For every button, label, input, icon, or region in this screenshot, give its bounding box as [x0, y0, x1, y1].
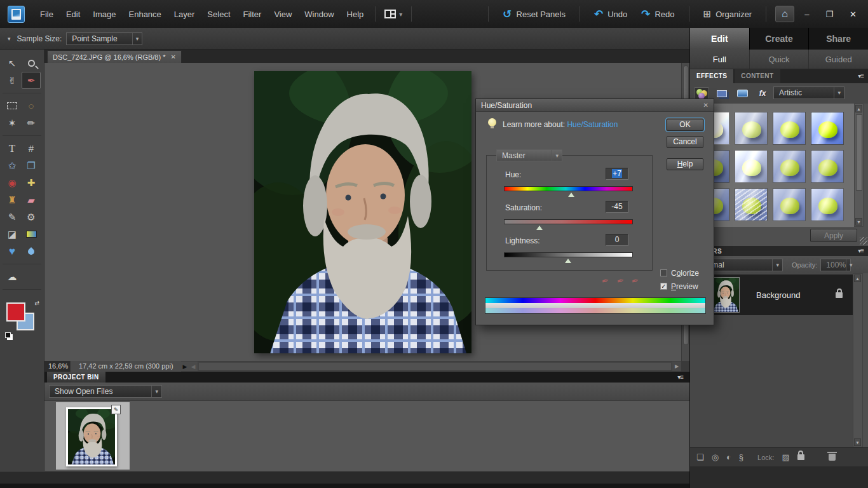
mode-quick[interactable]: Quick [750, 50, 810, 69]
hue-value-field[interactable]: +7 [606, 168, 628, 180]
eyedropper-plus-icon[interactable]: ✒ [616, 275, 625, 287]
scroll-right-icon[interactable]: ▶ [672, 362, 681, 371]
home-button[interactable]: ⌂ [775, 6, 794, 22]
scroll-left-icon[interactable]: ◀ [189, 362, 198, 371]
dialog-close-icon[interactable]: ✕ [703, 102, 709, 109]
new-layer-icon[interactable]: ❏ [696, 452, 704, 462]
menu-filter[interactable]: Filter [237, 6, 268, 23]
menu-file[interactable]: File [34, 6, 60, 23]
redo-button[interactable]: ↷ Redo [636, 6, 679, 23]
effect-thumbnail[interactable] [773, 112, 806, 145]
crop-tool[interactable]: # [22, 140, 41, 157]
ok-button[interactable]: OK [667, 119, 703, 131]
move-tool[interactable]: ↖ [3, 55, 22, 72]
scroll-up-icon[interactable]: ▲ [854, 274, 861, 282]
effect-thumbnail[interactable] [773, 150, 806, 183]
layers-scrollbar[interactable]: ▲ ▼ [853, 273, 863, 447]
layer-row-background[interactable]: Background [690, 274, 853, 315]
swap-colors-icon[interactable]: ⇄ [34, 300, 39, 306]
mode-guided[interactable]: Guided [809, 50, 868, 69]
mode-full[interactable]: Full [690, 50, 750, 69]
menu-select[interactable]: Select [201, 6, 236, 23]
scroll-up-icon[interactable]: ▲ [855, 105, 862, 112]
tab-content[interactable]: CONTENT [735, 69, 780, 83]
red-eye-tool[interactable]: ◉ [3, 174, 22, 191]
zoom-tool[interactable] [22, 55, 41, 72]
lightness-slider-handle[interactable] [565, 259, 571, 263]
lightness-value-field[interactable]: 0 [606, 234, 628, 246]
hand-tool[interactable]: ✌ [3, 72, 22, 89]
canvas-horizontal-scrollbar[interactable] [198, 362, 672, 370]
menu-window[interactable]: Window [298, 6, 340, 23]
panel-layout-button[interactable]: ▾ [381, 8, 406, 20]
paint-bucket-tool[interactable]: ◪ [3, 226, 22, 243]
brush-tool[interactable]: ✎ [3, 208, 22, 226]
layer-styles-category-icon[interactable] [714, 87, 729, 100]
help-button[interactable]: Help [667, 158, 703, 170]
undo-button[interactable]: ↶ Undo [589, 6, 632, 23]
bin-filter-dropdown[interactable]: Show Open Files ▾ [49, 385, 162, 398]
menu-layer[interactable]: Layer [168, 6, 201, 23]
tab-edit[interactable]: Edit [690, 28, 750, 50]
lock-transparency-icon[interactable]: ▨ [782, 452, 789, 462]
lasso-tool[interactable]: ◌ [22, 97, 41, 114]
gradient-tool[interactable] [22, 226, 41, 243]
learn-more-link[interactable]: Hue/Saturation [567, 120, 618, 129]
cancel-button[interactable]: Cancel [667, 136, 703, 148]
tab-share[interactable]: Share [809, 28, 868, 50]
type-tool[interactable]: T [3, 140, 22, 157]
document-tab[interactable]: DSC_7242.JPG @ 16,6% (RGB/8) * ✕ [47, 50, 182, 63]
recompose-tool[interactable]: ❐ [22, 157, 41, 174]
project-bin-tab[interactable]: PROJECT BIN [47, 372, 105, 383]
channel-dropdown[interactable]: Master ▾ [496, 149, 562, 161]
effect-thumbnail[interactable] [811, 188, 844, 221]
restore-button[interactable]: ❐ [819, 10, 839, 19]
menu-view[interactable]: View [268, 6, 298, 23]
colorize-checkbox[interactable] [660, 269, 667, 276]
magic-wand-tool[interactable]: ✶ [3, 114, 22, 132]
cookie-cutter-tool[interactable]: ✩ [3, 157, 22, 174]
eraser-tool[interactable]: ▰ [22, 191, 41, 208]
opacity-dropdown[interactable]: 100% ▾ [820, 259, 851, 271]
foreground-color-swatch[interactable] [6, 302, 25, 322]
shape-tool[interactable]: ♥ [3, 243, 22, 260]
scroll-down-icon[interactable]: ▼ [855, 218, 862, 226]
eyedropper-tool[interactable]: ✒ [22, 72, 41, 89]
saturation-slider-handle[interactable] [536, 226, 543, 230]
saturation-slider[interactable] [504, 219, 633, 224]
effect-thumbnail[interactable] [811, 150, 844, 183]
bin-thumbnail[interactable]: ✎ [66, 407, 117, 466]
effect-thumbnail[interactable] [735, 112, 768, 145]
flyout-icon[interactable]: ▾ [8, 36, 11, 42]
hue-slider-handle[interactable] [568, 193, 574, 197]
effect-thumbnail[interactable] [735, 150, 768, 183]
effect-thumbnail[interactable] [735, 188, 768, 221]
selection-brush-tool[interactable]: ✏ [22, 114, 41, 132]
healing-brush-tool[interactable]: ✚ [22, 174, 41, 191]
bin-thumbnail-tile[interactable]: ✎ [56, 402, 130, 470]
sponge-tool[interactable]: ☁ [3, 268, 22, 285]
menu-edit[interactable]: Edit [60, 6, 86, 23]
tab-effects[interactable]: EFFECTS [690, 69, 733, 83]
zoom-level-field[interactable]: 16,6% [44, 361, 71, 372]
blur-tool[interactable] [22, 243, 41, 260]
sample-size-dropdown[interactable]: Point Sample ▾ [66, 32, 142, 45]
preview-checkbox[interactable]: ✓ [660, 283, 667, 290]
hue-slider[interactable] [504, 186, 633, 191]
marquee-tool[interactable] [3, 97, 22, 114]
eyedropper-icon[interactable]: ✒ [600, 275, 610, 287]
dialog-title-bar[interactable]: Hue/Saturation ✕ [476, 99, 714, 112]
delete-layer-icon[interactable] [829, 454, 836, 461]
organizer-button[interactable]: ⊞ Organizer [698, 5, 757, 23]
eyedropper-minus-icon[interactable]: ✒ [631, 275, 641, 287]
new-group-icon[interactable]: ◎ [712, 452, 719, 462]
effects-scrollbar[interactable]: ▲ ▼ [854, 104, 864, 227]
filters-category-icon[interactable] [694, 87, 709, 100]
menu-image[interactable]: Image [86, 6, 122, 23]
status-flyout-icon[interactable]: ▶ [181, 362, 189, 371]
scroll-down-icon[interactable]: ▼ [854, 438, 861, 446]
menu-enhance[interactable]: Enhance [123, 6, 168, 23]
effect-thumbnail[interactable] [773, 188, 806, 221]
lock-all-icon[interactable] [797, 454, 804, 460]
effect-thumbnail[interactable] [811, 112, 844, 145]
